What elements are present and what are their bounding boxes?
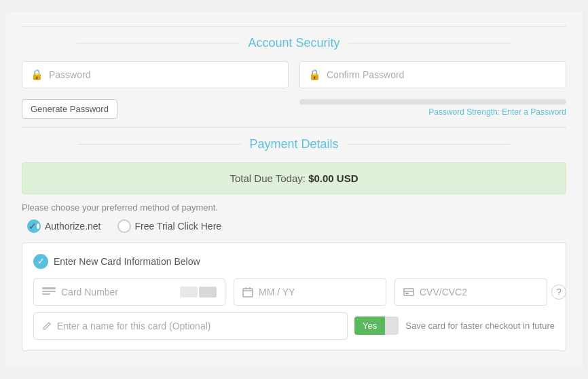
save-toggle-yes[interactable]: Yes [354,317,385,335]
payment-divider [22,127,566,128]
calendar-icon [242,287,253,297]
generate-password-button[interactable]: Generate Password [22,99,117,119]
main-container: Account Security 🔒 🔒 Generate Password P… [5,12,583,367]
card-info-box: ✓ Enter New Card Information Below [22,242,566,351]
svg-rect-0 [42,287,56,289]
generate-col: Generate Password [22,96,289,119]
card-brand-icon [180,287,217,297]
save-toggle: Yes [354,317,399,335]
password-col: 🔒 [22,61,289,88]
password-input[interactable] [49,69,280,80]
password-input-wrap: 🔒 [22,61,289,88]
total-due-box: Total Due Today: $0.00 USD [22,162,566,194]
svg-rect-3 [243,289,253,297]
cardholder-name-wrap [33,312,348,340]
card-info-header: ✓ Enter New Card Information Below [33,254,555,269]
expiry-input[interactable] [259,287,378,297]
expiry-wrap [234,278,386,306]
total-due-amount: $0.00 USD [308,173,358,184]
svg-rect-1 [42,291,56,292]
card-number-wrap [33,278,225,306]
cardholder-name-input[interactable] [57,321,339,331]
check-mark: ✓ [29,221,37,232]
save-toggle-no[interactable] [385,317,399,335]
svg-rect-9 [405,293,409,294]
card-number-input-wrap [33,278,225,306]
card-lines-icon [42,287,56,297]
account-security-title: Account Security [22,36,566,50]
cvv-wrap: ? [394,278,566,306]
cvv-input[interactable] [420,287,538,297]
confirm-password-col: 🔒 [299,61,566,88]
payment-section: Payment Details Total Due Today: $0.00 U… [22,127,566,351]
strength-bar [299,99,566,105]
free-trial-label: Free Trial Click Here [135,221,222,232]
authorize-net-option[interactable]: ✓ Authorize.net [27,219,101,233]
save-card-label: Save card for faster checkout in future [405,321,555,331]
confirm-password-input[interactable] [327,69,557,80]
cvv-input-wrap [394,278,547,306]
strength-wrap: Password Strength: Enter a Password [299,99,566,117]
card-info-header-label: Enter New Card Information Below [54,256,200,267]
card-number-input[interactable] [61,287,180,297]
lock-icon: 🔒 [31,69,43,81]
cardholder-name-input-wrap [33,312,348,340]
free-trial-radio[interactable] [117,219,131,233]
card-check-circle: ✓ [33,254,48,269]
expiry-input-wrap [234,278,386,306]
free-trial-option[interactable]: Free Trial Click Here [117,219,222,233]
strength-col: Password Strength: Enter a Password [299,96,566,119]
pencil-icon [42,321,52,331]
authorize-net-label: Authorize.net [45,221,101,232]
top-divider [22,26,566,26]
total-due-label: Total Due Today: [229,173,305,184]
card-fields-row: ? [33,278,555,306]
confirm-password-input-wrap: 🔒 [299,61,566,88]
generate-strength-row: Generate Password Password Strength: Ent… [22,96,566,119]
svg-rect-7 [404,289,414,295]
payment-details-title: Payment Details [22,137,566,151]
strength-text: Password Strength: Enter a Password [299,107,566,117]
authorize-net-radio[interactable]: ✓ [27,219,41,233]
choose-payment-label: Please choose your preferred method of p… [22,202,566,213]
password-row: 🔒 🔒 [22,61,566,88]
cvv-help-button[interactable]: ? [551,285,566,300]
cvv-icon [403,287,414,297]
svg-rect-2 [42,293,50,295]
lock-confirm-icon: 🔒 [308,69,321,81]
payment-method-group: ✓ Authorize.net Free Trial Click Here [22,219,566,233]
save-card-row: Yes Save card for faster checkout in fut… [33,312,555,340]
